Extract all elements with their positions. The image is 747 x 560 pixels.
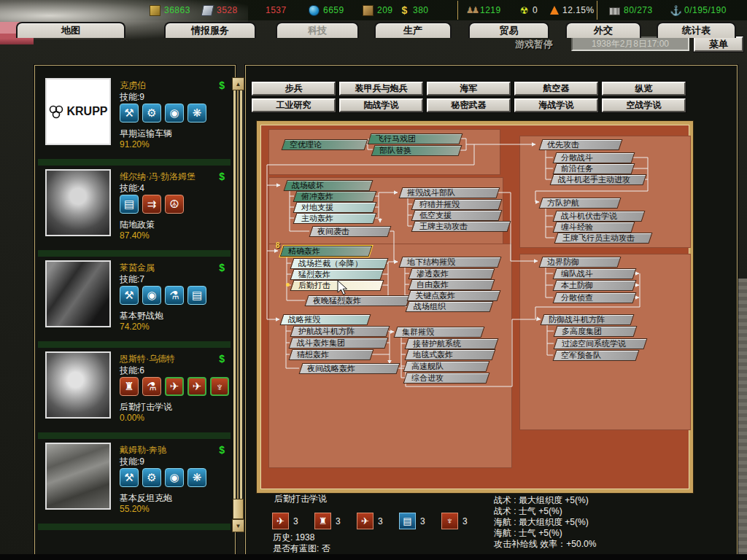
ground-attack-icon: ♆ bbox=[441, 513, 458, 529]
tech-node[interactable]: 飞行马戏团 bbox=[368, 133, 463, 144]
category-navy[interactable]: 海军 bbox=[427, 82, 511, 96]
tab-map[interactable]: 地图 bbox=[16, 22, 125, 38]
tab-production[interactable]: 生产 bbox=[374, 22, 452, 38]
tech-node[interactable]: 本土防御 bbox=[553, 280, 637, 291]
team-entry[interactable]: 戴姆勒-奔驰技能:9⚒⚙◉❋基本反坦克炮55.20%$ bbox=[38, 438, 231, 524]
chemistry-icon: ⚗ bbox=[165, 286, 184, 305]
tech-node[interactable]: 夜间袭击 bbox=[309, 226, 392, 237]
menu-button[interactable]: 菜单 bbox=[694, 36, 743, 52]
category-aircraft[interactable]: 航空器 bbox=[514, 82, 598, 96]
tech-node[interactable]: 地下结构摧毁 bbox=[399, 257, 502, 268]
tech-node[interactable]: 空军预备队 bbox=[553, 350, 640, 361]
tech-node[interactable]: 优先攻击 bbox=[539, 139, 623, 150]
tech-node-label: 前沿任务 bbox=[555, 164, 632, 174]
team-funding-toggle[interactable]: $ bbox=[219, 262, 225, 273]
resource-nuclear: ☢0 bbox=[519, 4, 538, 16]
tech-node[interactable]: 缠斗经验 bbox=[553, 222, 635, 233]
tech-node[interactable]: 战场破坏 bbox=[284, 180, 374, 191]
resource-value: 80/273 bbox=[624, 5, 653, 15]
engineering-icon: ⚙ bbox=[142, 104, 161, 122]
tech-node-label: 自由轰炸 bbox=[411, 280, 492, 289]
category-secret-weapons[interactable]: 秘密武器 bbox=[427, 98, 511, 112]
tech-node[interactable]: 夜间战略轰炸 bbox=[299, 363, 400, 374]
tech-node[interactable]: 边界防御 bbox=[539, 257, 622, 268]
tech-node[interactable]: 战斗轰炸集团 bbox=[289, 338, 389, 349]
category-armor-artillery[interactable]: 装甲兵与炮兵 bbox=[339, 82, 423, 96]
scroll-up-button[interactable]: ▲ bbox=[232, 77, 244, 90]
tech-node[interactable]: 战场组织 bbox=[406, 301, 494, 312]
tech-node[interactable]: 综合进攻 bbox=[403, 373, 490, 384]
category-naval-doctrine[interactable]: 海战学说 bbox=[514, 98, 598, 112]
tech-node[interactable]: 空优理论 bbox=[282, 139, 368, 150]
scrollbar-thumb[interactable] bbox=[233, 499, 244, 519]
team-progress: 91.20% bbox=[120, 139, 150, 149]
tech-node[interactable]: 地毯式轰炸 bbox=[405, 349, 496, 360]
tech-node[interactable]: 过滤空间系统学说 bbox=[554, 338, 648, 349]
team-divider bbox=[38, 524, 231, 530]
category-overview[interactable]: 纵览 bbox=[602, 82, 686, 96]
fighter-icon: ✈ bbox=[357, 513, 374, 529]
tech-node[interactable]: 王牌主动攻击 bbox=[411, 221, 511, 232]
tech-node[interactable]: 防御战斗机方阵 bbox=[541, 314, 635, 325]
tech-node[interactable]: 战斗机老手主动进攻 bbox=[550, 174, 647, 185]
tech-node-label: 本土防御 bbox=[555, 281, 634, 290]
tech-node[interactable]: 猛烈轰炸 bbox=[290, 269, 384, 280]
team-entry[interactable]: 恩斯特·乌德特技能:6♜⚗✈✈♆后勤打击学说0.00%$ bbox=[38, 346, 231, 432]
team-entry[interactable]: 维尔纳·冯·勃洛姆堡技能:4▤⇉☮陆地政策87.40%$ bbox=[38, 164, 231, 250]
tab-intel[interactable]: 情报服务 bbox=[164, 22, 256, 38]
tech-node[interactable]: 摧毁战斗部队 bbox=[399, 187, 500, 198]
tech-node[interactable]: 集群摧毁 bbox=[394, 327, 485, 338]
tech-node[interactable]: 渗透轰炸 bbox=[409, 268, 495, 279]
tab-statistics[interactable]: 统计表 bbox=[657, 22, 736, 38]
team-entry[interactable]: KRUPP克虏伯技能:9⚒⚙◉❋早期运输车辆91.20%$ bbox=[38, 73, 231, 159]
team-skill: 技能:7 bbox=[120, 273, 144, 286]
tech-node[interactable]: 部队替换 bbox=[371, 145, 462, 156]
tech-node[interactable]: 多高度集团 bbox=[554, 326, 638, 337]
tech-node[interactable]: 前沿任务 bbox=[553, 163, 635, 174]
tab-trade[interactable]: 贸易 bbox=[468, 22, 549, 38]
team-entry[interactable]: 莱茵金属技能:7⚒◉⚗▤基本野战炮74.20%$ bbox=[38, 255, 231, 341]
tech-node[interactable]: 关键点轰炸 bbox=[407, 290, 501, 301]
team-logo-text: KRUPP bbox=[66, 105, 107, 118]
tech-node[interactable]: 精确轰炸 bbox=[280, 246, 373, 257]
tech-node[interactable]: 对地支援 bbox=[293, 202, 377, 213]
tech-node[interactable]: 王牌飞行员主动攻击 bbox=[554, 233, 653, 244]
tech-node[interactable]: 编队战斗 bbox=[553, 268, 637, 279]
tech-node[interactable]: 主动轰炸 bbox=[293, 213, 377, 224]
tech-node[interactable]: 方队护航 bbox=[539, 198, 622, 209]
component-count: 3 bbox=[293, 516, 298, 526]
team-funding-toggle[interactable]: $ bbox=[219, 171, 225, 182]
tech-node[interactable]: 分散战斗 bbox=[553, 152, 635, 163]
tech-node[interactable]: 护航战斗机方阵 bbox=[290, 326, 390, 337]
category-air-doctrine[interactable]: 空战学说 bbox=[602, 98, 686, 112]
tech-node[interactable]: 战斗机伏击学说 bbox=[553, 211, 646, 222]
tab-tech[interactable]: 科技 bbox=[276, 22, 359, 38]
tech-node[interactable]: 夜晚猛烈轰炸 bbox=[305, 295, 411, 306]
tech-node-label: 对地支援 bbox=[295, 203, 374, 212]
tech-node[interactable]: 猜想轰炸 bbox=[289, 349, 374, 360]
sidebar-scrollbar-track[interactable] bbox=[233, 77, 242, 519]
category-infantry[interactable]: 步兵 bbox=[252, 82, 336, 96]
tech-node-label: 防御战斗机方阵 bbox=[543, 315, 632, 324]
category-land-doctrine[interactable]: 陆战学说 bbox=[339, 98, 423, 112]
tech-node-label: 战场拦截（伞降） bbox=[293, 259, 386, 268]
energy-icon bbox=[150, 5, 160, 16]
tech-node[interactable]: 低空支援 bbox=[411, 210, 503, 221]
tech-node[interactable]: 分散侦查 bbox=[553, 292, 637, 303]
tech-node[interactable]: 狩猎并摧毁 bbox=[411, 199, 503, 210]
tech-node[interactable]: 高速舰队 bbox=[403, 361, 490, 372]
scroll-down-button[interactable]: ▼ bbox=[232, 519, 244, 532]
tech-node-label: 边界防御 bbox=[541, 257, 619, 267]
tech-node[interactable]: 战略摧毁 bbox=[280, 314, 371, 325]
team-funding-toggle[interactable]: $ bbox=[219, 353, 225, 365]
tech-node[interactable]: 接替护航系统 bbox=[405, 338, 499, 349]
tech-node[interactable]: 战场拦截（伞降） bbox=[290, 258, 389, 269]
category-industry[interactable]: 工业研究 bbox=[252, 98, 336, 112]
tab-diplomacy[interactable]: 外交 bbox=[565, 22, 641, 38]
tech-node[interactable]: 自由轰炸 bbox=[409, 279, 495, 290]
team-funding-toggle[interactable]: $ bbox=[219, 444, 225, 456]
team-funding-toggle[interactable]: $ bbox=[219, 79, 225, 91]
dissent-icon bbox=[550, 6, 559, 15]
tech-node[interactable]: 俯冲轰炸 bbox=[293, 191, 377, 202]
resource-bar: 36863352815376659209$380♟♟1219☢012.15%80… bbox=[0, 0, 747, 20]
